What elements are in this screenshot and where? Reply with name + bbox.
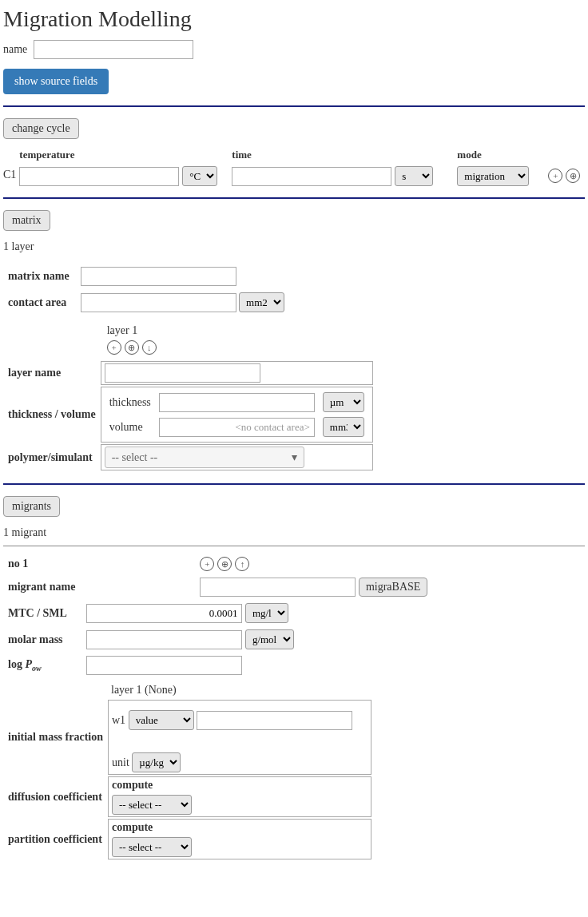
mode-header: mode	[457, 149, 529, 161]
molar-mass-unit-select[interactable]: g/mol	[245, 629, 294, 649]
divider	[3, 197, 585, 199]
page-title: Migration Modelling	[3, 6, 585, 32]
temperature-unit-select[interactable]: °C	[182, 166, 217, 186]
name-input[interactable]	[34, 40, 193, 59]
mtc-sml-label: MTC / SML	[5, 601, 81, 625]
compute-label: compute	[112, 821, 368, 834]
initial-mass-fraction-label: initial mass fraction	[5, 700, 106, 775]
contact-area-input[interactable]	[81, 293, 236, 312]
show-source-fields-button[interactable]: show source fields	[3, 69, 109, 94]
log-pow-input[interactable]	[86, 656, 242, 675]
volume-unit-select[interactable]: mm3	[323, 417, 364, 437]
polymer-select[interactable]: -- select -- ▾	[105, 447, 304, 468]
molar-mass-input[interactable]	[86, 630, 242, 649]
w1-type-select[interactable]: value	[129, 710, 194, 730]
thickness-label: thickness	[106, 391, 154, 414]
migrant-no-label: no 1	[5, 554, 81, 574]
matrix-name-input[interactable]	[81, 267, 236, 286]
temperature-header: temperature	[19, 149, 219, 161]
polymer-simulant-label: polymer/simulant	[5, 444, 99, 470]
link-cycle-icon[interactable]: ⊕	[566, 169, 580, 183]
log-pow-label: log Pow	[5, 653, 81, 677]
migrant-name-label: migrant name	[5, 575, 81, 599]
time-unit-select[interactable]: s	[395, 166, 433, 186]
time-header: time	[232, 149, 439, 161]
layer-name-label: layer name	[5, 361, 99, 385]
diffusion-compute-select[interactable]: -- select --	[112, 795, 192, 815]
matrix-button[interactable]: matrix	[3, 210, 50, 231]
link-migrant-icon[interactable]: ⊕	[217, 557, 232, 571]
mass-fraction-unit-select[interactable]: µg/kg	[132, 752, 181, 772]
mtc-sml-unit-select[interactable]: mg/l	[245, 603, 288, 623]
sub-divider	[3, 546, 585, 546]
add-layer-icon[interactable]: +	[107, 340, 121, 355]
w1-label: w1	[112, 714, 125, 726]
change-cycle-button[interactable]: change cycle	[3, 118, 79, 139]
mtc-sml-input[interactable]	[86, 604, 242, 623]
layer-count-label: 1 layer	[3, 240, 585, 253]
divider	[3, 483, 585, 485]
partition-coefficient-label: partition coefficient	[5, 819, 106, 859]
thickness-input[interactable]	[159, 393, 315, 412]
contact-area-label: contact area	[5, 290, 76, 315]
w1-value-input[interactable]	[197, 711, 352, 730]
chevron-down-icon: ▾	[292, 451, 297, 464]
move-up-icon[interactable]: ↑	[235, 557, 249, 571]
mode-select[interactable]: migration	[457, 166, 529, 186]
volume-label: volume	[106, 415, 154, 439]
add-cycle-icon[interactable]: +	[548, 169, 562, 183]
volume-input[interactable]	[159, 418, 315, 437]
migrant-count-label: 1 migrant	[3, 526, 585, 539]
molar-mass-label: molar mass	[5, 627, 81, 652]
partition-compute-select[interactable]: -- select --	[112, 837, 192, 857]
migrant-layer-header: layer 1 (None)	[108, 682, 371, 698]
move-down-icon[interactable]: ↓	[142, 340, 157, 355]
layer-name-input[interactable]	[105, 363, 260, 383]
matrix-name-label: matrix name	[5, 264, 76, 288]
migrant-name-input[interactable]	[200, 578, 356, 597]
link-layer-icon[interactable]: ⊕	[125, 340, 139, 355]
migrabase-button[interactable]: migraBASE	[359, 578, 427, 597]
thickness-volume-label: thickness / volume	[5, 387, 99, 443]
time-input[interactable]	[232, 167, 391, 186]
name-label: name	[3, 43, 27, 55]
unit-label: unit	[112, 756, 129, 768]
contact-area-unit-select[interactable]: mm2	[239, 292, 284, 312]
add-migrant-icon[interactable]: +	[200, 557, 214, 571]
migrants-button[interactable]: migrants	[3, 496, 60, 517]
layer-header: layer 1	[104, 324, 370, 337]
compute-label: compute	[112, 779, 368, 792]
diffusion-coefficient-label: diffusion coefficient	[5, 776, 106, 817]
cycle-row-label: C1	[3, 169, 16, 186]
temperature-input[interactable]	[19, 167, 179, 186]
divider	[3, 105, 585, 107]
thickness-unit-select[interactable]: µm	[323, 392, 364, 412]
